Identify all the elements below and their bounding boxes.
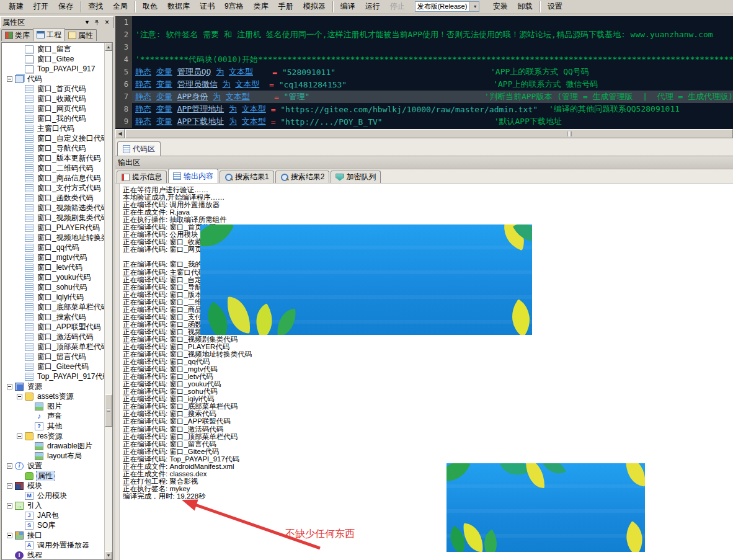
tree-item[interactable]: 窗口_视频地址转换类代码 (2, 233, 112, 242)
tab-code-area[interactable]: 代码区 (117, 141, 161, 156)
tree-item[interactable]: 窗口_留言 (2, 44, 112, 54)
scroll-down-icon[interactable]: ▼ (105, 551, 112, 559)
tree-item[interactable]: 窗口_留言代码 (2, 352, 112, 362)
output-tab[interactable]: 提示信息 (117, 171, 167, 183)
tree-item[interactable]: 窗口_函数类代码 (2, 193, 112, 203)
code-editor[interactable]: 12'注意: 软件签名 需要 和 注册机 签名使用同一个,这样注册机才能被当前A… (115, 16, 733, 129)
tree-item[interactable]: 窗口_商品信息代码 (2, 173, 112, 183)
tree-item[interactable]: 代码 (2, 74, 112, 84)
editor-line[interactable]: 1 (115, 16, 733, 29)
tree-expander-icon[interactable] (7, 76, 12, 82)
toolbar-button[interactable]: 类库 (249, 1, 273, 12)
tree-item[interactable]: layout布局 (2, 451, 112, 461)
toolbar-button[interactable]: 手册 (273, 1, 298, 12)
tree-item[interactable]: 窗口_youku代码 (2, 272, 112, 282)
tree-item[interactable]: ♪声音 (2, 411, 112, 421)
tree-item[interactable]: SSO库 (2, 520, 112, 530)
tree-item[interactable]: 主窗口代码 (2, 123, 112, 133)
editor-line[interactable]: 6静态 变量 管理员微信 为 文本型 = "cq1481284153"'APP上… (115, 78, 733, 91)
toolbar-button[interactable]: 打开 (29, 1, 53, 12)
tree-item[interactable]: 窗口_mgtv代码 (2, 252, 112, 262)
tree-item[interactable]: I线程 (2, 550, 112, 560)
sidebar-tab[interactable]: 工程 (33, 28, 65, 41)
chevron-down-icon[interactable]: ▼ (469, 2, 479, 11)
editor-line[interactable]: 3 (115, 41, 733, 53)
tree-item[interactable]: 窗口_PLAYER代码 (2, 223, 112, 233)
tree-item[interactable]: 窗口_激活码代码 (2, 332, 112, 342)
toolbar-button[interactable]: 安装 (488, 1, 513, 12)
toolbar-button[interactable]: 数据库 (162, 1, 195, 12)
toolbar-button[interactable]: 证书 (195, 1, 220, 12)
tree-item[interactable]: 接口 (2, 530, 112, 540)
tree-expander-icon[interactable] (7, 503, 12, 509)
toolbar-button[interactable]: 新建 (4, 1, 29, 12)
tree-item[interactable]: 窗口_视频筛选类代码 (2, 203, 112, 213)
editor-line[interactable]: 8静态 变量 APP管理地址 为 文本型 = "https://gitee.co… (115, 103, 733, 115)
toolbar-button[interactable]: 编译 (335, 1, 360, 12)
hscrollbar-thumb[interactable] (125, 129, 733, 138)
scroll-up-icon[interactable]: ▲ (105, 43, 112, 51)
sidebar-tab[interactable]: 属性 (64, 29, 97, 41)
editor-line[interactable]: 7静态 变量 APP身份 为 文本型 = "管理"'判断当前APP版本 (管理 … (115, 91, 733, 103)
tree-item[interactable]: 窗口_qq代码 (2, 242, 112, 252)
editor-hscrollbar[interactable]: ◀ (115, 129, 733, 138)
output-tab[interactable]: 加密队列 (331, 171, 381, 183)
sidebar-tab[interactable]: 类库 (1, 29, 33, 41)
tree-item[interactable]: 窗口_底部菜单栏代码 (2, 302, 112, 312)
tree-item[interactable]: Top_PAYAPI_917代码 (2, 371, 112, 381)
tree-expander-icon[interactable] (7, 463, 12, 469)
tree-item[interactable]: i设置 (2, 461, 112, 471)
tree-item[interactable]: 窗口_版本更新代码 (2, 153, 112, 163)
tree-item[interactable]: 资源 (2, 381, 112, 391)
tree-item[interactable]: drawable图片 (2, 441, 112, 451)
toolbar-button[interactable]: 卸载 (513, 1, 538, 12)
scrollbar-thumb[interactable] (105, 394, 112, 427)
toolbar-button[interactable]: 全局 (108, 1, 133, 12)
tree-expander-icon[interactable] (7, 533, 12, 538)
tree-expander-icon[interactable] (17, 394, 22, 399)
tree-item[interactable]: 窗口_Gitee (2, 54, 112, 64)
tree-item[interactable]: JJAR包 (2, 510, 112, 520)
editor-line[interactable]: 5静态 变量 管理员QQ 为 文本型 = "528091011"'APP上的联系… (115, 66, 733, 78)
tree-expander-icon[interactable] (7, 384, 12, 389)
tree-item[interactable]: 窗口_二维码代码 (2, 163, 112, 173)
toolbar-button[interactable]: 设置 (543, 1, 567, 12)
tree-item[interactable]: 窗口_自定义接口代码 (2, 133, 112, 143)
tree-expander-icon[interactable] (7, 483, 12, 489)
tree-scrollbar[interactable]: ▲ ▼ (104, 43, 112, 559)
toolbar-button[interactable]: 取色 (138, 1, 162, 12)
tree-item[interactable]: 窗口_支付方式代码 (2, 183, 112, 193)
tree-item[interactable]: 窗口_搜索代码 (2, 312, 112, 322)
tree-item[interactable]: 模块 (2, 481, 112, 491)
tree-item[interactable]: ?其他 (2, 421, 112, 431)
tree-item[interactable]: A调用外置播放器 (2, 540, 112, 550)
tree-item[interactable]: 窗口_导航代码 (2, 143, 112, 153)
tree-item[interactable]: 窗口_首页代码 (2, 84, 112, 94)
tree-item[interactable]: 窗口_视频剧集类代码 (2, 213, 112, 223)
toolbar-button[interactable]: 保存 (53, 1, 78, 12)
output-tab[interactable]: 搜索结果1 (220, 171, 274, 183)
scroll-left-icon[interactable]: ◀ (115, 129, 125, 138)
output-tab[interactable]: 输出内容 (168, 169, 218, 183)
pin-icon[interactable] (92, 18, 102, 27)
tree-item[interactable]: 属性 (2, 471, 112, 481)
toolbar-button[interactable]: 运行 (360, 1, 385, 12)
tree-item[interactable]: M公用模块 (2, 491, 112, 500)
tree-item[interactable]: res资源 (2, 431, 112, 441)
tree-item[interactable]: 窗口_APP联盟代码 (2, 322, 112, 332)
tree-item[interactable]: 窗口_sohu代码 (2, 282, 112, 292)
tree-item[interactable]: 窗口_letv代码 (2, 262, 112, 272)
tree-item[interactable]: 窗口_我的代码 (2, 113, 112, 123)
toolbar-button[interactable]: 模拟器 (298, 1, 331, 12)
build-type-dropdown[interactable]: 发布版(Release)▼ (415, 1, 479, 12)
editor-line[interactable]: 9静态 变量 APP下载地址 为 文本型 = "http://.../POY_B… (115, 115, 733, 128)
tree-item[interactable]: 窗口_iqiyi代码 (2, 292, 112, 302)
tree-item[interactable]: Top_PAYAPI_917 (2, 64, 112, 74)
tree-item[interactable]: assets资源 (2, 391, 112, 401)
output-tab[interactable]: 搜索结果2 (275, 171, 330, 183)
tree-expander-icon[interactable] (17, 433, 22, 439)
tree-item[interactable]: 图片 (2, 401, 112, 411)
tree-item[interactable]: 窗口_Gitee代码 (2, 362, 112, 371)
editor-line[interactable]: 4'**********代码块(0010)开始*****************… (115, 53, 733, 66)
tree-item[interactable]: 窗口_顶部菜单栏代码 (2, 342, 112, 352)
